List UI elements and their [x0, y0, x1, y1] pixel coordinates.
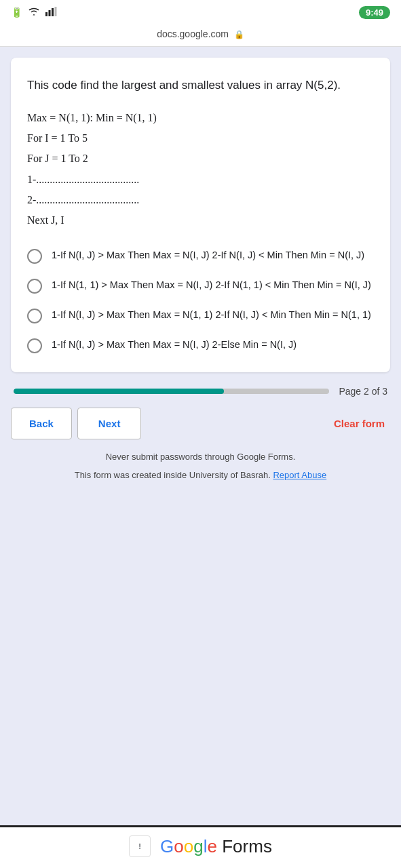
- url-bar: docs.google.com 🔒: [0, 24, 401, 47]
- main-content: This code find the largest and smallest …: [0, 47, 401, 825]
- progress-section: Page 2 of 3: [11, 386, 390, 397]
- code-line-3: For J = 1 To 2: [27, 149, 374, 169]
- option-item-2[interactable]: 1-If N(1, 1) > Max Then Max = N(I, J) 2-…: [27, 277, 374, 294]
- back-button[interactable]: Back: [11, 408, 72, 439]
- radio-option-3[interactable]: [27, 309, 42, 323]
- radio-option-4[interactable]: [27, 338, 42, 353]
- svg-rect-2: [52, 8, 54, 16]
- url-text: docs.google.com: [157, 28, 229, 39]
- svg-rect-1: [49, 10, 51, 16]
- gf-branding: Google Forms: [160, 836, 272, 857]
- next-button[interactable]: Next: [77, 408, 142, 439]
- code-line-1: Max = N(1, 1): Min = N(1, 1): [27, 108, 374, 128]
- lock-icon: 🔒: [234, 30, 244, 39]
- option-item-4[interactable]: 1-If N(I, J) > Max Then Max = N(I, J) 2-…: [27, 337, 374, 353]
- question-card: This code find the largest and smallest …: [11, 58, 390, 372]
- option-text-1: 1-If N(I, J) > Max Then Max = N(I, J) 2-…: [52, 248, 364, 262]
- radio-option-2[interactable]: [27, 279, 42, 294]
- code-line-5: 2-......................................: [27, 190, 374, 210]
- code-line-6: Next J, I: [27, 210, 374, 231]
- footer-created-text: This form was created inside University …: [75, 470, 271, 480]
- code-line-2: For I = 1 To 5: [27, 128, 374, 149]
- option-item-3[interactable]: 1-If N(I, J) > Max Then Max = N(1, 1) 2-…: [27, 307, 374, 323]
- progress-bar-background: [14, 389, 329, 394]
- signal-icon: [45, 7, 58, 18]
- options-list: 1-If N(I, J) > Max Then Max = N(I, J) 2-…: [27, 248, 374, 353]
- report-abuse-link[interactable]: Report Abuse: [273, 470, 326, 480]
- battery-icon: 🔋: [11, 7, 22, 18]
- code-line-4: 1-......................................: [27, 170, 374, 190]
- footer-created: This form was created inside University …: [11, 469, 390, 482]
- gf-info-icon: !: [129, 835, 151, 857]
- nav-buttons: Back Next Clear form: [11, 408, 390, 439]
- google-forms-bar: ! Google Forms: [0, 825, 401, 868]
- forms-text: Forms: [222, 836, 272, 856]
- radio-option-1[interactable]: [27, 249, 42, 264]
- code-block: Max = N(1, 1): Min = N(1, 1) For I = 1 T…: [27, 108, 374, 231]
- svg-rect-0: [45, 12, 47, 16]
- footer-warning: Never submit passwords through Google Fo…: [11, 452, 390, 462]
- option-text-4: 1-If N(I, J) > Max Then Max = N(I, J) 2-…: [52, 337, 297, 352]
- status-bar: 🔋 9:49: [0, 0, 401, 24]
- option-text-3: 1-If N(I, J) > Max Then Max = N(1, 1) 2-…: [52, 307, 371, 322]
- status-left: 🔋: [11, 7, 58, 18]
- progress-bar-fill: [14, 389, 224, 394]
- svg-rect-3: [55, 7, 57, 16]
- clear-form-button[interactable]: Clear form: [328, 408, 390, 439]
- option-item-1[interactable]: 1-If N(I, J) > Max Then Max = N(I, J) 2-…: [27, 248, 374, 264]
- time-display: 9:49: [359, 6, 390, 19]
- wifi-icon: [28, 7, 40, 18]
- progress-label: Page 2 of 3: [339, 386, 387, 397]
- question-intro: This code find the largest and smallest …: [27, 77, 374, 94]
- option-text-2: 1-If N(1, 1) > Max Then Max = N(I, J) 2-…: [52, 277, 371, 292]
- google-logo-text: Google: [160, 836, 222, 856]
